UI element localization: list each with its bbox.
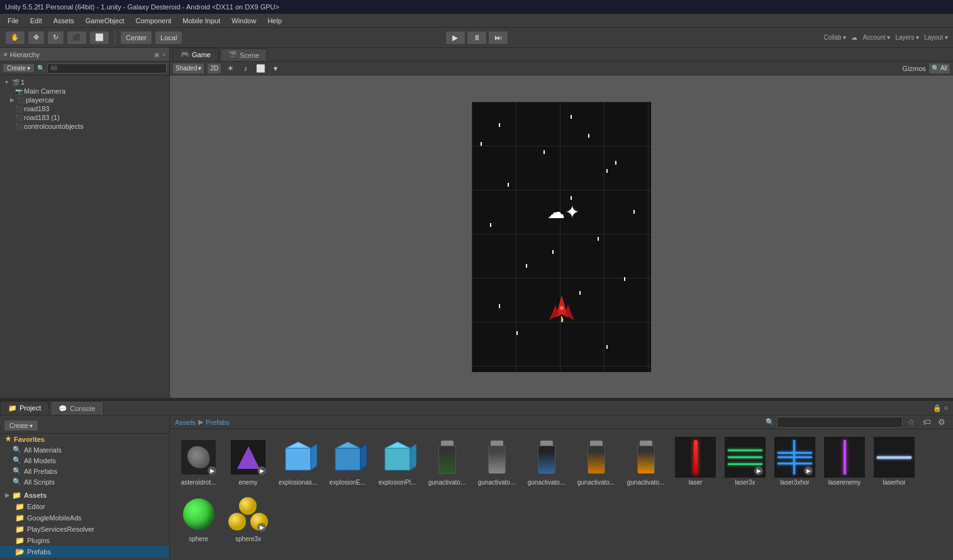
sidebar-all-prefabs[interactable]: 🔍 All Prefabs: [0, 466, 169, 476]
scale-tool-button[interactable]: ⬛: [67, 31, 87, 45]
favorites-header[interactable]: ★ Favorites: [0, 434, 169, 444]
project-create-button[interactable]: Create ▾: [4, 420, 38, 431]
bottle-orange2-wrap: [637, 441, 655, 474]
sidebar-all-models[interactable]: 🔍 All Models: [0, 455, 169, 466]
hand-tool-button[interactable]: ✋: [5, 31, 25, 45]
label-button[interactable]: 🏷: [920, 416, 933, 429]
move-tool-button[interactable]: ✥: [28, 31, 45, 45]
asset-laser3xhor[interactable]: ▶ laser3xhor: [771, 434, 818, 488]
hierarchy-controlcount-item[interactable]: ⬛ controlcountobjects: [0, 122, 169, 131]
sidebar-editor[interactable]: 📁 Editor: [0, 501, 169, 512]
asset-laserenemy[interactable]: laserenemy: [821, 434, 868, 488]
step-button[interactable]: ⏭: [488, 31, 508, 45]
sidebar-all-scripts[interactable]: 🔍 All Scripts: [0, 476, 169, 487]
hierarchy-toolbar: Create ▾ 🔍: [0, 62, 169, 75]
tab-game[interactable]: 🎮 Game: [172, 48, 219, 61]
gizmos-search-btn[interactable]: 🔍 All: [928, 63, 950, 74]
asset-sphere3x[interactable]: ▶ sphere3x: [225, 491, 272, 545]
hierarchy-road183-item[interactable]: ⬛ road183: [0, 104, 169, 113]
asset-label-explosionPl: explosionPl...: [379, 479, 416, 486]
bookmark-button[interactable]: ☆: [905, 416, 918, 429]
menu-window[interactable]: Window: [226, 16, 261, 26]
rotate-tool-button[interactable]: ↻: [47, 31, 64, 45]
asset-gunactivato3[interactable]: gunactivato...: [523, 434, 570, 488]
svg-marker-5: [286, 448, 311, 470]
menu-component[interactable]: Component: [130, 16, 176, 26]
assets-breadcrumb[interactable]: Assets: [175, 419, 196, 426]
sidebar-googlemobileads[interactable]: 📁 GoogleMobileAds: [0, 512, 169, 524]
svg-marker-2: [565, 305, 574, 321]
star-9: [526, 264, 527, 268]
pause-button[interactable]: ⏸: [467, 31, 487, 45]
bottle-blue-wrap: [538, 441, 555, 474]
asset-sphere[interactable]: sphere: [175, 491, 222, 545]
hierarchy-search-input[interactable]: [47, 63, 167, 74]
hierarchy-road183-1-item[interactable]: ⬛ road183 (1): [0, 113, 169, 122]
star-15: [633, 210, 635, 214]
expand-assets-icon: ▶: [5, 492, 9, 498]
svg-marker-10: [360, 444, 367, 470]
assets-header[interactable]: ▶ 📁 Assets: [0, 490, 169, 501]
bottle-cap2-icon: [491, 441, 503, 446]
menu-file[interactable]: File: [3, 16, 24, 26]
hierarchy-scene-item[interactable]: ▼ 🎬 1: [0, 78, 169, 87]
laser3x-arrow-icon: ▶: [754, 466, 763, 475]
menu-mobileinput[interactable]: Mobile Input: [177, 16, 225, 26]
settings-button[interactable]: ⚙: [935, 416, 948, 429]
2d-button[interactable]: 2D: [207, 63, 221, 74]
scene-camera-icon: 🎬: [12, 79, 20, 86]
sidebar-prefabs[interactable]: 📂 Prefabs: [0, 546, 169, 557]
googlemobile-folder-icon: 📁: [15, 513, 25, 522]
asset-explosionas[interactable]: explosionas...: [274, 434, 321, 488]
asset-gunactivato4[interactable]: gunactivato...: [572, 434, 620, 488]
sidebar-scripts[interactable]: 📁 scripts: [0, 557, 169, 560]
light-icon[interactable]: ☀: [224, 62, 237, 75]
dropdown-icon[interactable]: ▾: [269, 62, 282, 75]
star-1: [499, 123, 500, 127]
menu-gameobject[interactable]: GameObject: [81, 16, 130, 26]
local-button[interactable]: Local: [155, 31, 182, 45]
sidebar-all-materials[interactable]: 🔍 All Materials: [0, 444, 169, 455]
asset-asteroidrot[interactable]: ▶ asteroidrot...: [175, 434, 222, 488]
asset-label-gunactivato3: gunactivato...: [528, 479, 565, 486]
rect-tool-button[interactable]: ⬜: [89, 31, 109, 45]
asset-gunactivato2[interactable]: gunactivato...: [473, 434, 520, 488]
menu-help[interactable]: Help: [262, 16, 287, 26]
prefabs-breadcrumb[interactable]: Prefabs: [206, 419, 230, 426]
asset-laser[interactable]: laser: [672, 434, 719, 488]
hierarchy-main-camera-item[interactable]: 📷 Main Camera: [0, 87, 169, 96]
image-icon[interactable]: ⬜: [254, 62, 267, 75]
asset-gunactivato5[interactable]: gunactivato...: [622, 434, 669, 488]
asset-explosionPl[interactable]: explosionPl...: [374, 434, 421, 488]
star-13: [571, 196, 572, 200]
shaded-dropdown[interactable]: Shaded ▾: [172, 63, 204, 74]
tab-console[interactable]: 💬 Console: [50, 401, 103, 415]
tab-scene[interactable]: 🎬 Scene: [220, 48, 267, 61]
object2-icon: ⬛: [15, 106, 23, 113]
asset-enemy[interactable]: ▶ enemy: [225, 434, 272, 488]
sidebar-playservices[interactable]: 📁 PlayServicesResolver: [0, 524, 169, 535]
sound-icon[interactable]: ♪: [239, 62, 252, 75]
center-button[interactable]: Center: [120, 31, 152, 45]
asset-laserhor[interactable]: laserhor: [871, 434, 918, 488]
asset-explosionE[interactable]: explosionE...: [324, 434, 371, 488]
asset-gunactivato1[interactable]: gunactivato...: [423, 434, 471, 488]
tab-project[interactable]: 📁 Project: [0, 401, 49, 415]
asset-laser3x[interactable]: ▶ laser3x: [722, 434, 769, 488]
play-button[interactable]: ▶: [445, 31, 465, 45]
hierarchy-playercar-item[interactable]: ▶ ⬛ playercar: [0, 96, 169, 104]
center-tab-bar: 🎮 Game 🎬 Scene: [170, 48, 953, 62]
blue-cube-svg: [279, 439, 317, 476]
asset-icon-enemy: ▶: [228, 437, 269, 478]
star-7: [490, 223, 491, 227]
game-display: ☁✦: [170, 75, 953, 398]
sidebar-plugins[interactable]: 📁 Plugins: [0, 535, 169, 546]
hierarchy-create-button[interactable]: Create ▾: [3, 63, 35, 73]
asset-icon-gunactivato2: [476, 437, 517, 478]
svg-marker-8: [335, 448, 360, 470]
menu-edit[interactable]: Edit: [25, 16, 47, 26]
menu-assets[interactable]: Assets: [48, 16, 79, 26]
expand-arrow-icon: ▼: [4, 79, 9, 85]
hierarchy-header: ≡ Hierarchy ▣ ≡: [0, 48, 169, 62]
project-search-input[interactable]: [777, 417, 903, 428]
